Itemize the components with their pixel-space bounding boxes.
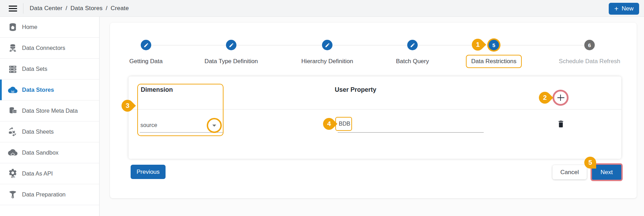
- user-property-input-underline: [338, 132, 484, 133]
- breadcrumb-separator: /: [66, 5, 67, 12]
- previous-button[interactable]: Previous: [131, 165, 166, 179]
- step-3-circle[interactable]: [322, 40, 332, 50]
- data-sheets-icon: [8, 127, 17, 137]
- step-6-label: Schedule Data Refresh: [544, 58, 635, 65]
- chevron-down-icon: [212, 124, 217, 127]
- step-6-circle[interactable]: 6: [584, 40, 595, 50]
- trash-icon: [557, 119, 565, 128]
- cancel-button[interactable]: Cancel: [552, 165, 587, 179]
- stepper-connector-line: [148, 45, 588, 45]
- dimension-select-dropdown[interactable]: [207, 118, 222, 133]
- sidebar-item-home[interactable]: Home: [0, 17, 99, 38]
- sidebar-item-label: Data Sets: [22, 66, 47, 72]
- breadcrumb: Data Center / Data Stores / Create: [30, 0, 129, 17]
- plus-icon: +: [614, 5, 619, 12]
- user-property-input[interactable]: BDB: [335, 117, 352, 131]
- pencil-icon: [144, 43, 149, 48]
- breadcrumb-create: Create: [111, 5, 129, 12]
- step-2-circle[interactable]: [226, 40, 236, 50]
- form-header-divider: [129, 109, 621, 110]
- step-4-circle[interactable]: [407, 40, 418, 50]
- sidebar-item-label: Data Sandbox: [22, 149, 59, 156]
- breadcrumb-data-stores[interactable]: Data Stores: [71, 5, 103, 12]
- annotation-marker-4: 4: [321, 116, 337, 132]
- breadcrumb-separator: /: [106, 5, 108, 12]
- data-preparation-funnel-icon: [8, 190, 17, 200]
- user-property-column-header: User Property: [129, 86, 583, 94]
- new-button[interactable]: + New: [609, 3, 639, 15]
- annotation-marker-1: 1: [469, 36, 486, 53]
- data-sets-icon: [8, 64, 17, 74]
- data-connectors-icon: [8, 43, 17, 53]
- sidebar: Home Data Connectors Data Sets Data Stor…: [0, 17, 100, 216]
- sidebar-item-label: Data Connectors: [22, 45, 65, 51]
- step-1-circle[interactable]: [141, 40, 151, 50]
- create-datastore-panel: 5 6 1 Getting Data Data Type Definition …: [110, 23, 637, 198]
- pencil-icon: [325, 43, 330, 48]
- sidebar-item-data-preparation[interactable]: Data Preparation: [0, 184, 99, 205]
- sidebar-item-label: Data Sheets: [22, 128, 54, 135]
- dimension-select-value[interactable]: source: [140, 122, 157, 128]
- step-3-label: Hierarchy Definition: [282, 58, 373, 65]
- new-button-label: New: [622, 5, 634, 12]
- annotation-marker-3: 3: [119, 97, 136, 114]
- sidebar-item-data-store-meta-data[interactable]: </> Data Store Meta Data: [0, 100, 99, 121]
- step-5-circle[interactable]: 5: [489, 40, 499, 50]
- topbar-divider: [23, 3, 23, 14]
- active-indicator: [0, 80, 2, 100]
- app-window: Data Center / Data Stores / Create + New…: [0, 0, 644, 216]
- next-button[interactable]: Next: [592, 165, 621, 180]
- data-restrictions-form: Dimension User Property 2 3 source 4 BDB: [129, 76, 621, 159]
- pencil-icon: [410, 43, 415, 48]
- sidebar-item-label: Data As API: [22, 170, 53, 177]
- annotation-marker-5: 5: [584, 157, 596, 169]
- sidebar-empty-row: [0, 205, 99, 215]
- sidebar-item-data-as-api[interactable]: API Data As API: [0, 163, 99, 184]
- data-stores-cloud-icon: [8, 85, 17, 95]
- sidebar-item-data-sets[interactable]: Data Sets: [0, 59, 99, 80]
- step-5-label: Data Restrictions: [466, 55, 521, 68]
- breadcrumb-data-center[interactable]: Data Center: [30, 5, 63, 12]
- step-1-label: Getting Data: [101, 58, 191, 65]
- sidebar-item-data-sandbox[interactable]: Data Sandbox: [0, 142, 99, 163]
- step-4-label: Batch Query: [367, 58, 458, 65]
- svg-text:</>: </>: [13, 111, 17, 113]
- svg-text:API: API: [11, 176, 15, 178]
- data-store-meta-data-icon: </>: [8, 106, 17, 116]
- sidebar-item-label: Data Preparation: [22, 191, 66, 198]
- plus-icon: [557, 94, 564, 102]
- home-database-icon: [8, 22, 17, 32]
- sidebar-item-data-stores[interactable]: Data Stores: [0, 80, 99, 100]
- sidebar-item-data-connectors[interactable]: Data Connectors: [0, 38, 99, 59]
- step-2-label: Data Type Definition: [186, 58, 277, 65]
- data-as-api-gear-icon: API: [8, 169, 17, 179]
- step-5-label-wrap: Data Restrictions: [448, 55, 539, 68]
- pencil-icon: [229, 43, 234, 48]
- sidebar-item-label: Home: [22, 24, 37, 30]
- delete-row-button[interactable]: [557, 119, 565, 129]
- top-bar: Data Center / Data Stores / Create + New: [0, 0, 644, 17]
- data-sandbox-icon: [8, 148, 17, 158]
- hamburger-menu-icon[interactable]: [9, 6, 17, 12]
- add-restriction-button[interactable]: [552, 90, 569, 106]
- sidebar-item-label: Data Stores: [22, 87, 54, 93]
- sidebar-item-label: Data Store Meta Data: [22, 107, 78, 114]
- sidebar-item-data-sheets[interactable]: Data Sheets: [0, 121, 99, 142]
